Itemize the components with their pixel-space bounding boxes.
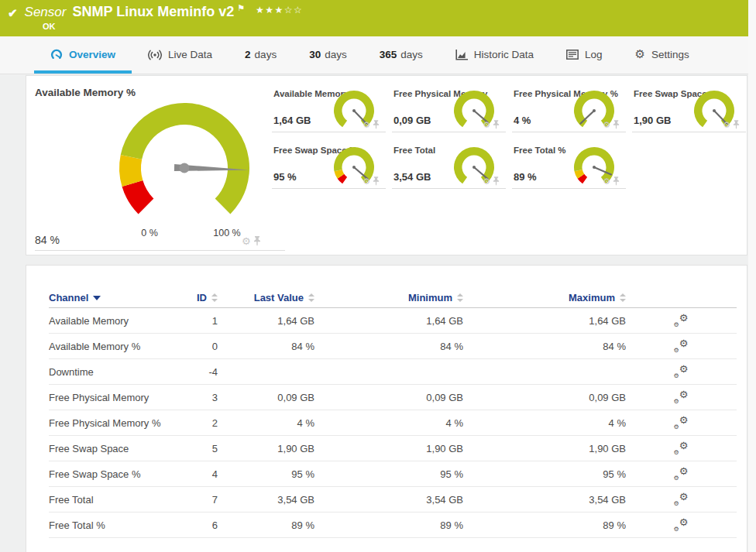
gear-icon[interactable]: ⚙ [363, 177, 370, 186]
column-header-label: Channel [49, 292, 88, 303]
star-icon[interactable]: ☆ [294, 5, 303, 15]
minimum-cell [314, 359, 463, 385]
column-header-minimum[interactable]: Minimum [314, 287, 463, 308]
star-icon[interactable]: ★ [265, 5, 274, 15]
channel-settings-icon[interactable]: ⚙⚙ [675, 339, 689, 351]
channel-settings-icon[interactable]: ⚙⚙ [675, 390, 689, 403]
channels-panel: ChannelIDLast ValueMinimumMaximum Availa… [26, 265, 747, 552]
maximum-cell: 84 % [463, 334, 626, 359]
pin-icon[interactable] [373, 120, 380, 129]
table-row: Free Swap Space 5 1,90 GB 1,90 GB 1,90 G… [49, 436, 737, 461]
mini-gauge-value: 3,54 GB [393, 171, 431, 183]
column-header-maximum[interactable]: Maximum [463, 287, 626, 308]
minimum-cell: 89 % [314, 513, 463, 538]
star-icon[interactable]: ☆ [284, 5, 294, 15]
last-value-cell: 0,09 GB [218, 385, 314, 410]
sensor-kind-label: Sensor [25, 5, 67, 20]
gauge-actions: ⚙ [242, 236, 261, 246]
last-value-cell: 95 % [218, 461, 314, 487]
pin-icon[interactable] [613, 177, 620, 186]
gear-icon[interactable]: ⚙ [483, 177, 490, 186]
sort-icon[interactable] [211, 293, 218, 302]
channel-id-cell: 7 [173, 487, 218, 513]
column-header-id[interactable]: ID [173, 287, 218, 308]
tab-overview[interactable]: Overview [34, 36, 132, 74]
mini-gauge-card: Free Total % 89 % ⚙ [512, 144, 626, 189]
channel-settings-icon[interactable]: ⚙⚙ [675, 492, 689, 505]
table-row: Free Swap Space % 4 95 % 95 % 95 % ⚙⚙ [49, 461, 737, 487]
channel-table: ChannelIDLast ValueMinimumMaximum Availa… [49, 287, 737, 538]
tab-live-data[interactable]: Live Data [132, 36, 229, 74]
table-row: Downtime -4 ⚙⚙ [49, 359, 737, 385]
gauge-actions: ⚙ [483, 120, 500, 129]
channel-name-cell: Downtime [49, 359, 173, 385]
minimum-cell: 1,90 GB [314, 436, 463, 461]
check-icon: ✔ [8, 6, 18, 20]
channel-settings-icon[interactable]: ⚙⚙ [675, 441, 689, 454]
table-row: Available Memory 1 1,64 GB 1,64 GB 1,64 … [49, 308, 737, 334]
tab-historic-data[interactable]: Historic Data [439, 36, 550, 74]
maximum-cell: 0,09 GB [463, 385, 626, 410]
channel-id-cell: 6 [173, 513, 218, 538]
channel-name-cell: Available Memory % [49, 334, 173, 359]
channel-id-cell: 0 [173, 334, 218, 359]
channel-id-cell: -4 [173, 359, 218, 385]
main-gauge-value: 84 % [35, 234, 60, 246]
minimum-cell: 1,64 GB [314, 308, 463, 334]
pin-icon[interactable] [373, 177, 380, 186]
mini-gauge-card: Free Total 3,54 GB ⚙ [392, 144, 506, 189]
channel-settings-icon[interactable]: ⚙⚙ [675, 416, 689, 428]
channel-settings-icon[interactable]: ⚙⚙ [675, 467, 689, 479]
minimum-cell: 0,09 GB [314, 385, 463, 410]
table-row: Free Physical Memory 3 0,09 GB 0,09 GB 0… [49, 385, 737, 410]
channel-id-cell: 4 [173, 461, 218, 487]
mini-gauge-title: Free Total [393, 146, 435, 155]
column-header-label: ID [197, 292, 207, 303]
channel-settings-icon[interactable]: ⚙⚙ [675, 518, 689, 530]
pin-icon[interactable] [493, 177, 500, 186]
last-value-cell: 89 % [218, 513, 314, 538]
channel-settings-icon[interactable]: ⚙⚙ [675, 314, 689, 326]
last-value-cell: 1,90 GB [218, 436, 314, 461]
column-header-channel[interactable]: Channel [49, 287, 173, 308]
mini-gauge-value: 89 % [514, 171, 537, 183]
gear-icon[interactable]: ⚙ [483, 121, 490, 129]
channel-name-cell: Free Physical Memory [49, 385, 173, 410]
star-rating[interactable]: ★★★☆☆ [256, 5, 303, 15]
minimum-cell: 4 % [314, 410, 463, 436]
mini-gauge-value: 1,64 GB [273, 115, 311, 126]
pin-icon[interactable] [733, 120, 740, 129]
sort-icon[interactable] [457, 293, 463, 302]
star-icon[interactable]: ★ [275, 5, 284, 15]
pin-icon[interactable] [493, 120, 500, 129]
column-header-last-value[interactable]: Last Value [218, 287, 314, 308]
tab-365-days[interactable]: 365 days [363, 36, 439, 74]
tab-log[interactable]: Log [550, 36, 619, 74]
channel-id-cell: 5 [173, 436, 218, 461]
gear-icon[interactable]: ⚙ [603, 177, 610, 186]
sort-icon[interactable] [620, 293, 626, 302]
gear-icon[interactable]: ⚙ [723, 121, 730, 129]
main-gauge [111, 93, 258, 243]
sort-icon[interactable] [308, 293, 314, 302]
channel-settings-icon[interactable]: ⚙⚙ [675, 365, 689, 377]
log-icon [566, 50, 579, 60]
tab-settings[interactable]: ⚙ Settings [619, 36, 706, 74]
gauge-actions: ⚙ [363, 177, 380, 186]
sensor-title: SNMP Linux Meminfo v2 [72, 4, 234, 20]
gear-icon[interactable]: ⚙ [603, 121, 610, 129]
tab-2-days[interactable]: 2 days [229, 36, 293, 74]
gear-icon[interactable]: ⚙ [242, 236, 251, 246]
pin-icon[interactable] [613, 120, 620, 129]
pin-icon[interactable] [253, 236, 261, 246]
gear-icon[interactable]: ⚙ [363, 121, 370, 129]
channel-name-cell: Free Swap Space [49, 436, 173, 461]
star-icon[interactable]: ★ [256, 5, 265, 15]
channel-id-cell: 3 [173, 385, 218, 410]
tab-30-days[interactable]: 30 days [293, 36, 363, 74]
maximum-cell: 95 % [463, 461, 626, 487]
sort-desc-icon[interactable] [93, 296, 101, 300]
minimum-cell: 95 % [314, 461, 463, 487]
mini-gauge-card: Free Swap Space 1,90 GB ⚙ [632, 87, 746, 132]
maximum-cell: 1,90 GB [463, 436, 626, 461]
